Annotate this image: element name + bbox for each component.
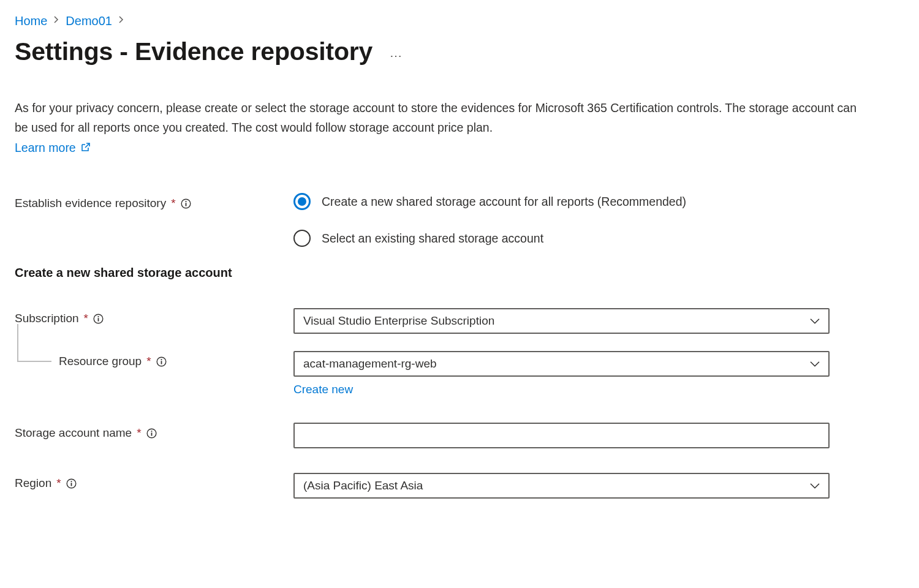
info-icon[interactable]	[146, 428, 157, 439]
info-icon[interactable]	[66, 478, 77, 489]
region-select[interactable]: (Asia Pacific) East Asia	[293, 473, 830, 499]
info-icon[interactable]	[156, 356, 167, 367]
section-title: Create a new shared storage account	[15, 264, 904, 281]
radio-create-new-label: Create a new shared storage account for …	[322, 194, 686, 210]
required-asterisk: *	[171, 195, 175, 212]
radio-create-new[interactable]: Create a new shared storage account for …	[293, 193, 830, 210]
chevron-right-icon	[53, 15, 59, 27]
region-label: Region *	[15, 473, 293, 492]
storage-account-name-row: Storage account name *	[15, 423, 904, 448]
resource-group-select[interactable]: acat-management-rg-web	[293, 351, 830, 377]
indent-connector	[17, 324, 51, 362]
info-icon[interactable]	[181, 198, 191, 209]
establish-radio-group: Create a new shared storage account for …	[293, 193, 830, 247]
breadcrumb-home-link[interactable]: Home	[15, 12, 47, 29]
svg-rect-8	[161, 361, 162, 364]
radio-icon	[293, 230, 311, 247]
required-asterisk: *	[137, 425, 141, 442]
chevron-down-icon	[810, 356, 820, 372]
resource-group-value: acat-management-rg-web	[303, 356, 437, 372]
svg-point-13	[70, 481, 72, 482]
region-value: (Asia Pacific) East Asia	[303, 478, 423, 494]
page-title: Settings - Evidence repository	[15, 34, 373, 69]
required-asterisk: *	[56, 475, 61, 492]
storage-account-name-label-text: Storage account name	[15, 425, 132, 442]
resource-group-row: Resource group * acat-management-rg-web …	[15, 351, 904, 398]
radio-icon	[293, 193, 311, 210]
more-actions-button[interactable]: ⋯	[390, 50, 403, 62]
external-link-icon	[80, 142, 91, 153]
form: Establish evidence repository * Create a…	[15, 193, 904, 499]
svg-rect-14	[70, 483, 72, 486]
svg-rect-2	[185, 203, 186, 206]
svg-point-10	[151, 431, 152, 432]
subscription-select[interactable]: Visual Studio Enterprise Subscription	[293, 308, 830, 334]
region-label-text: Region	[15, 475, 51, 492]
chevron-right-icon	[118, 15, 124, 27]
region-row: Region * (Asia Pacific) East Asia	[15, 473, 904, 499]
resource-group-label: Resource group *	[15, 351, 293, 370]
svg-point-1	[185, 201, 186, 202]
learn-more-link[interactable]: Learn more	[15, 140, 91, 156]
svg-point-7	[161, 359, 162, 360]
radio-select-existing[interactable]: Select an existing shared storage accoun…	[293, 230, 830, 247]
storage-account-name-input[interactable]	[293, 423, 830, 448]
establish-label: Establish evidence repository *	[15, 193, 293, 212]
establish-label-text: Establish evidence repository	[15, 195, 166, 212]
subscription-value: Visual Studio Enterprise Subscription	[303, 313, 494, 330]
required-asterisk: *	[84, 311, 88, 327]
subscription-row: Subscription * Visual Studio Enterprise …	[15, 308, 904, 334]
info-icon[interactable]	[93, 314, 104, 324]
chevron-down-icon	[810, 478, 820, 494]
subscription-label: Subscription *	[15, 308, 293, 327]
svg-rect-5	[98, 318, 99, 321]
establish-row: Establish evidence repository * Create a…	[15, 193, 904, 247]
svg-rect-11	[151, 432, 152, 435]
create-new-rg-link[interactable]: Create new	[293, 382, 353, 398]
resource-group-label-text: Resource group	[59, 353, 142, 370]
svg-point-4	[97, 316, 99, 317]
page-heading-row: Settings - Evidence repository ⋯	[15, 34, 904, 69]
storage-account-name-label: Storage account name *	[15, 423, 293, 442]
breadcrumb: Home Demo01	[15, 12, 904, 29]
radio-select-existing-label: Select an existing shared storage accoun…	[322, 230, 543, 247]
learn-more-label: Learn more	[15, 140, 76, 156]
required-asterisk: *	[146, 353, 151, 370]
intro-text: As for your privacy concern, please crea…	[15, 99, 872, 137]
chevron-down-icon	[810, 313, 820, 330]
breadcrumb-demo-link[interactable]: Demo01	[66, 12, 112, 29]
